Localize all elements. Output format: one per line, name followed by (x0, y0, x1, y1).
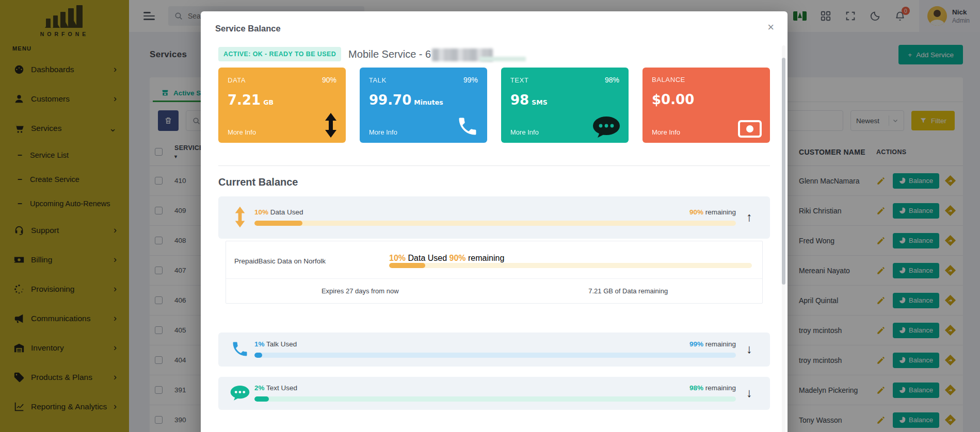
data-updown-arrow-icon (234, 206, 246, 228)
data-progress-track (254, 221, 736, 226)
plan-progress-fill (389, 263, 425, 268)
expand-arrow-icon[interactable]: ↓ (736, 342, 763, 356)
more-info-link[interactable]: More Info (228, 128, 256, 136)
data-usage-card: DATA90% 7.21GB More Info (218, 68, 346, 143)
scrollbar-thumb[interactable] (782, 58, 785, 285)
chat-bubble-icon (230, 385, 250, 401)
data-usage-row: 10% Data Used 90% remaining ↑ (218, 196, 770, 239)
data-progress-fill (254, 221, 302, 226)
text-progress-track (254, 396, 736, 402)
plan-name: PrepaidBasic Data on Norfolk (234, 257, 389, 265)
data-updown-arrow-icon (324, 113, 338, 138)
text-usage-card: TEXT98% 98SMS More Info (501, 68, 629, 143)
redaction-smear (479, 57, 526, 61)
status-badge: ACTIVE: OK - READY TO BE USED (218, 47, 341, 61)
cash-icon (738, 120, 762, 138)
more-info-link[interactable]: More Info (652, 128, 680, 136)
divider (218, 165, 770, 166)
talk-progress-fill (254, 353, 262, 358)
chat-bubble-icon (592, 116, 620, 138)
service-balance-modal: Service Balance × ACTIVE: OK - READY TO … (201, 11, 788, 432)
balance-card: BALANCE $0.00 More Info (642, 68, 770, 143)
expand-arrow-icon[interactable]: ↓ (736, 386, 763, 400)
expiry-text: Expires 27 days from now (226, 279, 494, 303)
close-icon[interactable]: × (767, 22, 774, 33)
remaining-amount-text: 7.21 GB of Data remaining (494, 279, 763, 303)
modal-scrollbar[interactable] (782, 45, 785, 432)
current-balance-heading: Current Balance (218, 176, 770, 188)
more-info-link[interactable]: More Info (510, 128, 539, 136)
plan-progress-track (389, 263, 752, 268)
talk-usage-row: 1% Talk Used 99% remaining ↓ (218, 333, 770, 367)
modal-title: Service Balance (215, 24, 773, 34)
data-detail-card: PrepaidBasic Data on Norfolk 10% Data Us… (226, 241, 763, 304)
service-title: Mobile Service - 6 (348, 48, 493, 61)
more-info-link[interactable]: More Info (369, 128, 397, 136)
phone-icon (456, 115, 479, 138)
text-usage-row: 2% Text Used 98% remaining ↓ (218, 377, 770, 410)
talk-usage-card: TALK99% 99.70Minutes More Info (360, 68, 487, 143)
collapse-arrow-icon[interactable]: ↑ (736, 210, 763, 224)
talk-progress-track (254, 353, 736, 358)
phone-icon (231, 340, 249, 358)
text-progress-fill (254, 396, 269, 402)
